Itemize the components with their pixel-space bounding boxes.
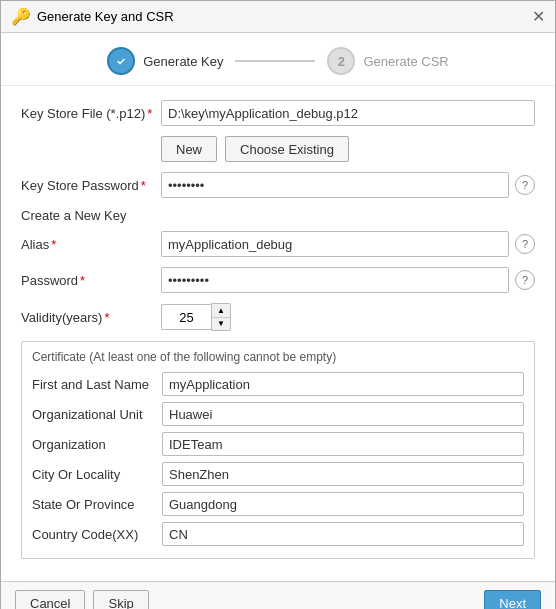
key-store-file-label: Key Store File (*.p12)*	[21, 106, 161, 121]
validity-spinner-buttons: ▲ ▼	[211, 303, 231, 331]
step-generate-csr: 2 Generate CSR	[327, 47, 448, 75]
app-icon: 🔑	[11, 7, 31, 26]
step-generate-key: Generate Key	[107, 47, 223, 75]
key-store-password-help-icon[interactable]: ?	[515, 175, 535, 195]
choose-existing-button[interactable]: Choose Existing	[225, 136, 349, 162]
dialog-title: Generate Key and CSR	[37, 9, 174, 24]
cert-first-last-name-row: First and Last Name	[32, 372, 524, 396]
alias-help-icon[interactable]: ?	[515, 234, 535, 254]
step-2-circle: 2	[327, 47, 355, 75]
dialog-footer: Cancel Skip Next	[1, 581, 555, 609]
title-bar: 🔑 Generate Key and CSR ✕	[1, 1, 555, 33]
svg-point-0	[115, 55, 127, 67]
cert-org-unit-label: Organizational Unit	[32, 407, 162, 422]
key-store-buttons-row: New Choose Existing	[21, 136, 535, 162]
key-store-password-row: Key Store Password* ?	[21, 172, 535, 198]
password-label: Password*	[21, 273, 161, 288]
validity-spinner: ▲ ▼	[161, 303, 231, 331]
cert-country-label: Country Code(XX)	[32, 527, 162, 542]
skip-button[interactable]: Skip	[93, 590, 148, 609]
generate-key-dialog: 🔑 Generate Key and CSR ✕ Generate Key 2 …	[0, 0, 556, 609]
cert-org-unit-row: Organizational Unit	[32, 402, 524, 426]
password-help-icon[interactable]: ?	[515, 270, 535, 290]
step-1-circle	[107, 47, 135, 75]
validity-increment-button[interactable]: ▲	[212, 304, 230, 317]
cert-city-label: City Or Locality	[32, 467, 162, 482]
validity-decrement-button[interactable]: ▼	[212, 317, 230, 330]
cert-city-row: City Or Locality	[32, 462, 524, 486]
alias-row: Alias* ?	[21, 231, 535, 257]
cert-city-input[interactable]	[162, 462, 524, 486]
cert-country-row: Country Code(XX)	[32, 522, 524, 546]
cert-first-last-name-input[interactable]	[162, 372, 524, 396]
step-2-label: Generate CSR	[363, 54, 448, 69]
validity-input[interactable]	[161, 304, 211, 330]
validity-row: Validity(years)* ▲ ▼	[21, 303, 535, 331]
cert-org-unit-input[interactable]	[162, 402, 524, 426]
cert-country-input[interactable]	[162, 522, 524, 546]
cert-state-row: State Or Province	[32, 492, 524, 516]
cert-state-input[interactable]	[162, 492, 524, 516]
certificate-section: Certificate (At least one of the followi…	[21, 341, 535, 559]
password-row: Password* ?	[21, 267, 535, 293]
close-icon[interactable]: ✕	[532, 9, 545, 25]
alias-input[interactable]	[161, 231, 509, 257]
step-1-icon	[114, 54, 128, 68]
password-input[interactable]	[161, 267, 509, 293]
cert-org-label: Organization	[32, 437, 162, 452]
key-store-password-label: Key Store Password*	[21, 178, 161, 193]
step-connector	[235, 60, 315, 62]
next-button[interactable]: Next	[484, 590, 541, 609]
cert-state-label: State Or Province	[32, 497, 162, 512]
alias-label: Alias*	[21, 237, 161, 252]
footer-left-buttons: Cancel Skip	[15, 590, 149, 609]
key-store-file-input[interactable]	[161, 100, 535, 126]
wizard-steps: Generate Key 2 Generate CSR	[1, 33, 555, 86]
new-button[interactable]: New	[161, 136, 217, 162]
step-1-label: Generate Key	[143, 54, 223, 69]
cert-first-last-name-label: First and Last Name	[32, 377, 162, 392]
certificate-section-title: Certificate (At least one of the followi…	[32, 350, 524, 364]
cert-org-input[interactable]	[162, 432, 524, 456]
key-store-password-input[interactable]	[161, 172, 509, 198]
key-store-file-row: Key Store File (*.p12)*	[21, 100, 535, 126]
cancel-button[interactable]: Cancel	[15, 590, 85, 609]
validity-label: Validity(years)*	[21, 310, 161, 325]
create-new-key-title: Create a New Key	[21, 208, 535, 223]
main-content: Key Store File (*.p12)* New Choose Exist…	[1, 86, 555, 581]
cert-org-row: Organization	[32, 432, 524, 456]
